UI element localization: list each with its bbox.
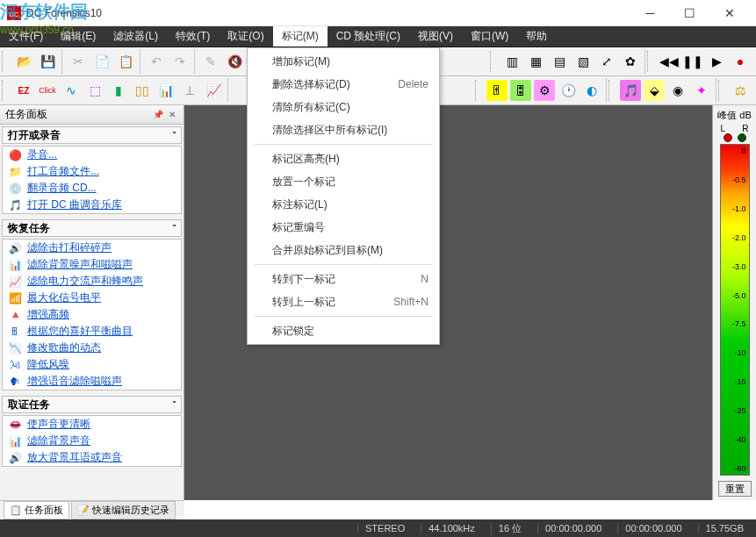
fx1-button[interactable]: 🎚 — [486, 80, 508, 101]
save-button[interactable]: 💾 — [37, 51, 58, 72]
task-maximize[interactable]: 📶最大化信号电平 — [3, 290, 181, 306]
task-balance[interactable]: 🎚根据您的喜好平衡曲目 — [3, 323, 181, 340]
dd-delete-marker[interactable]: 删除选择标记(D)Delete — [248, 73, 439, 96]
menu-view[interactable]: 视图(V) — [409, 26, 462, 47]
task-panel: 任务面板 📌 ✕ 打开或录音ˇ 🔴录音... 📁打工音频文件... 💿翻录音频 … — [0, 105, 184, 500]
balance-button[interactable]: ⚖ — [730, 80, 751, 101]
meter-title: 峰值 dB — [717, 105, 752, 124]
view1-button[interactable]: ▥ — [501, 51, 522, 72]
fx9-button[interactable]: ✦ — [691, 80, 712, 101]
filter1-button[interactable]: ⬚ — [84, 80, 105, 101]
task-open-file[interactable]: 📁打工音频文件... — [3, 163, 181, 180]
section-open-record[interactable]: 打开或录音ˇ — [2, 126, 182, 144]
paste-button[interactable]: 📋 — [115, 51, 136, 72]
pause-button[interactable]: ❚❚ — [682, 51, 703, 72]
section-forensics-body: 👄使声音更清晰 📊滤除背景声音 🔊放大背景耳语或声音 — [2, 415, 182, 467]
click-button[interactable]: Click — [37, 80, 58, 101]
menu-forensics[interactable]: 取证(O) — [219, 26, 272, 47]
section-restore-body: 🔊滤除击打和碎碎声 📊滤除背景噪声和嗞嗞声 📈滤除电力交流声和蜂鸣声 📶最大化信… — [2, 239, 182, 390]
menu-filter[interactable]: 滤波器(L) — [104, 26, 167, 47]
toolbar-grip[interactable] — [490, 51, 493, 72]
task-record[interactable]: 🔴录音... — [3, 147, 181, 163]
toolbar-grip[interactable] — [475, 80, 479, 101]
task-dewind[interactable]: 🌬降低风噪 — [3, 356, 181, 373]
ez-button[interactable]: EZ — [13, 80, 34, 101]
open-button[interactable]: 📂 — [13, 51, 34, 72]
task-enhance-high[interactable]: 🔺增强高频 — [3, 306, 181, 323]
chart-button[interactable]: 📊 — [155, 80, 176, 101]
task-filter-bg[interactable]: 📊滤除背景声音 — [3, 433, 181, 449]
pin-icon[interactable]: 📌 — [152, 109, 164, 121]
bars-button[interactable]: ▯▯ — [132, 80, 153, 101]
close-button[interactable]: ✕ — [709, 0, 749, 26]
graph-button[interactable]: 📈 — [203, 80, 224, 101]
fx3-button[interactable]: ⚙ — [534, 80, 555, 101]
fx6-button[interactable]: 🎵 — [620, 80, 641, 101]
menu-help[interactable]: 帮助 — [517, 26, 556, 47]
signal-button[interactable]: ⊥ — [179, 80, 200, 101]
fx5-button[interactable]: ◐ — [581, 80, 602, 101]
view4-button[interactable]: ▧ — [572, 51, 594, 72]
pencil-button[interactable]: ✎ — [200, 51, 221, 72]
maximize-button[interactable]: ☐ — [670, 0, 709, 26]
record-button[interactable]: ● — [730, 51, 751, 72]
dd-prev-marker[interactable]: 转到上一标记Shift+N — [248, 290, 439, 313]
view2-button[interactable]: ▦ — [525, 51, 546, 72]
task-rip-cd[interactable]: 💿翻录音频 CD... — [3, 180, 181, 197]
dd-highlight[interactable]: 标记区高亮(H) — [248, 147, 439, 170]
task-dynamics[interactable]: 📉修改歌曲的动态 — [3, 340, 181, 356]
rewind-button[interactable]: ◀◀ — [659, 51, 680, 72]
statusbar: STEREO 44.100kHz 16 位 00:00:00.000 00:00… — [0, 519, 756, 537]
dd-label-marker[interactable]: 标注标记(L) — [248, 193, 439, 216]
copy-button[interactable]: 📄 — [91, 51, 112, 72]
task-open-library[interactable]: 🎵打开 DC 曲调音乐库 — [3, 197, 181, 213]
task-denoise[interactable]: 📊滤除背景噪声和嗞嗞声 — [3, 256, 181, 273]
fx2-button[interactable]: 🎛 — [510, 80, 531, 101]
tab-task-panel[interactable]: 📋任务面板 — [4, 501, 69, 519]
close-panel-icon[interactable]: ✕ — [166, 109, 178, 121]
play-button[interactable]: ▶ — [706, 51, 727, 72]
menu-edit[interactable]: 编辑(E) — [52, 26, 104, 47]
toolbar-grip[interactable] — [608, 80, 612, 101]
dd-clear-selection[interactable]: 清除选择区中所有标记(I) — [248, 118, 439, 141]
reset-meter-button[interactable]: 重置 — [718, 481, 752, 497]
task-amplify-whisper[interactable]: 🔊放大背景耳语或声音 — [3, 449, 181, 466]
settings-button[interactable]: ✿ — [620, 51, 641, 72]
dd-add-marker[interactable]: 增加标记(M) — [248, 50, 439, 73]
toolbar-grip[interactable] — [2, 51, 5, 72]
task-voice-enhance[interactable]: 🗣增强语音滤除嗞嗞声 — [3, 373, 181, 390]
redo-button[interactable]: ↷ — [169, 51, 191, 72]
section-forensics[interactable]: 取证任务ˇ — [2, 396, 182, 413]
task-clarify[interactable]: 👄使声音更清晰 — [3, 416, 181, 433]
dd-lock-markers[interactable]: 标记锁定 — [248, 319, 439, 342]
mute-button[interactable]: 🔇 — [224, 51, 245, 72]
fx7-button[interactable]: ⬙ — [644, 80, 665, 101]
toolbar-grip[interactable] — [647, 51, 651, 72]
meter-left-label: L — [721, 124, 726, 133]
menu-markers[interactable]: 标记(M) — [273, 26, 328, 47]
dd-next-marker[interactable]: 转到下一标记N — [248, 268, 439, 290]
menu-cd[interactable]: CD 预处理(C) — [328, 26, 409, 47]
menu-effects[interactable]: 特效(T) — [167, 26, 219, 47]
undo-button[interactable]: ↶ — [146, 51, 167, 72]
wave-button[interactable]: ∿ — [61, 80, 82, 101]
tab-history[interactable]: 📝快速编辑历史记录 — [71, 501, 176, 519]
menu-file[interactable]: 文件(F) — [0, 26, 52, 47]
dd-renumber[interactable]: 标记重编号 — [248, 216, 439, 239]
fx4-button[interactable]: 🕐 — [558, 80, 579, 101]
menu-window[interactable]: 窗口(W) — [462, 26, 517, 47]
dd-clear-all[interactable]: 清除所有标记(C) — [248, 96, 439, 118]
task-dehum[interactable]: 📈滤除电力交流声和蜂鸣声 — [3, 273, 181, 290]
cut-button[interactable]: ✂ — [68, 51, 89, 72]
minimize-button[interactable]: ─ — [630, 0, 670, 26]
view3-button[interactable]: ▤ — [549, 51, 570, 72]
section-restore[interactable]: 恢复任务ˇ — [2, 219, 182, 237]
task-declick[interactable]: 🔊滤除击打和碎碎声 — [3, 240, 181, 256]
toolbar-grip[interactable] — [2, 80, 5, 101]
dd-merge[interactable]: 合并原始标记到目标(M) — [248, 239, 439, 261]
expand-button[interactable]: ⤢ — [596, 51, 617, 72]
fx8-button[interactable]: ◉ — [667, 80, 688, 101]
dd-place-one[interactable]: 放置一个标记 — [248, 170, 439, 193]
filter2-button[interactable]: ▮ — [108, 80, 129, 101]
toolbar-grip[interactable] — [718, 80, 722, 101]
